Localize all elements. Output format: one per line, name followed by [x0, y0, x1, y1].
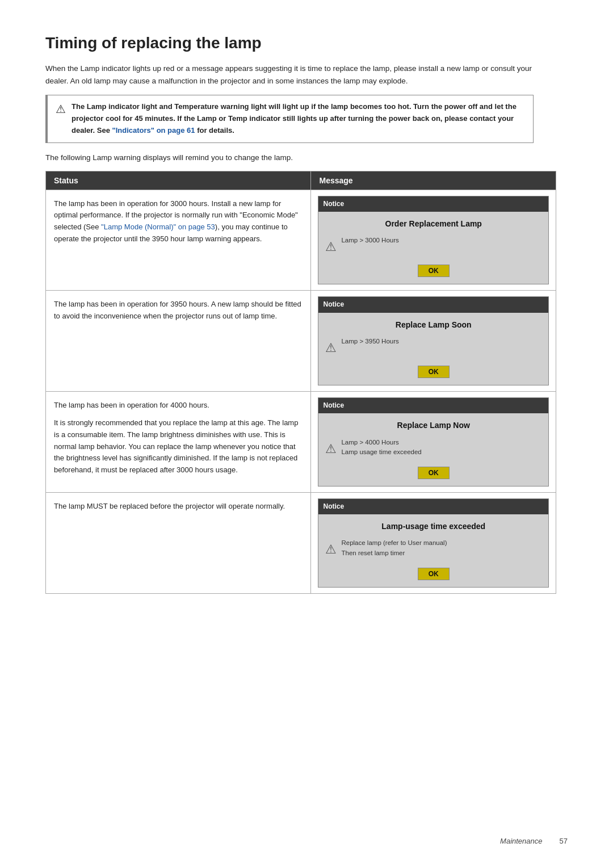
lamp-warnings-table: Status Message The lamp has been in oper…	[45, 171, 556, 594]
msg-box-body-1: Order Replacement Lamp ⚠ Lamp > 3000 Hou…	[318, 212, 548, 284]
table-row: The lamp has been in operation for 3000 …	[46, 190, 556, 291]
message-cell-1: Notice Order Replacement Lamp ⚠ Lamp > 3…	[311, 190, 556, 291]
status-cell-1: The lamp has been in operation for 3000 …	[46, 190, 311, 291]
msg-warning-icon-4: ⚠	[325, 539, 337, 559]
message-box-2: Notice Replace Lamp Soon ⚠ Lamp > 3950 H…	[318, 296, 549, 385]
status-col-header: Status	[46, 171, 311, 190]
msg-warning-icon-3: ⚠	[325, 439, 337, 459]
msg-detail-3: Lamp > 4000 HoursLamp usage time exceede…	[341, 438, 421, 458]
msg-title-3: Replace Lamp Now	[397, 419, 470, 431]
msg-box-body-3: Replace Lamp Now ⚠ Lamp > 4000 HoursLamp…	[318, 413, 548, 486]
msg-title-2: Replace Lamp Soon	[396, 318, 472, 331]
message-cell-2: Notice Replace Lamp Soon ⚠ Lamp > 3950 H…	[311, 291, 556, 392]
msg-title-1: Order Replacement Lamp	[385, 217, 482, 230]
warning-box: ⚠ The Lamp indicator light and Temperatu…	[45, 95, 534, 142]
msg-notice-header-3: Notice	[318, 398, 548, 413]
indicators-link[interactable]: "Indicators" on page 61	[112, 126, 195, 135]
msg-detail-2: Lamp > 3950 Hours	[341, 337, 398, 346]
page-footer: Maintenance 57	[500, 837, 568, 845]
warning-text: The Lamp indicator light and Temperature…	[72, 101, 525, 136]
sub-intro-text: The following Lamp warning displays will…	[45, 153, 568, 162]
message-box-3: Notice Replace Lamp Now ⚠ Lamp > 4000 Ho…	[318, 397, 549, 487]
msg-notice-header-4: Notice	[318, 499, 548, 514]
page-title: Timing of replacing the lamp	[45, 34, 568, 52]
intro-text: When the Lamp indicator lights up red or…	[45, 62, 534, 87]
msg-detail-row-4: ⚠ Replace lamp (refer to User manual)The…	[325, 538, 541, 559]
msg-title-4: Lamp-usage time exceeded	[381, 520, 485, 532]
msg-detail-row-2: ⚠ Lamp > 3950 Hours	[325, 337, 541, 358]
table-row: The lamp has been in operation for 3950 …	[46, 291, 556, 392]
status-cell-2: The lamp has been in operation for 3950 …	[46, 291, 311, 392]
msg-detail-row-3: ⚠ Lamp > 4000 HoursLamp usage time excee…	[325, 438, 541, 459]
message-box-4: Notice Lamp-usage time exceeded ⚠ Replac…	[318, 498, 549, 588]
msg-warning-icon-1: ⚠	[325, 237, 337, 257]
msg-detail-row-1: ⚠ Lamp > 3000 Hours	[325, 236, 541, 257]
msg-box-body-4: Lamp-usage time exceeded ⚠ Replace lamp …	[318, 514, 548, 587]
lamp-mode-link-1[interactable]: "Lamp Mode (Normal)" on page 53	[101, 223, 215, 231]
ok-button-3[interactable]: OK	[418, 467, 450, 479]
ok-button-1[interactable]: OK	[418, 265, 450, 277]
message-col-header: Message	[311, 171, 556, 190]
msg-box-body-2: Replace Lamp Soon ⚠ Lamp > 3950 Hours OK	[318, 313, 548, 385]
msg-detail-1: Lamp > 3000 Hours	[341, 236, 398, 245]
msg-notice-header-2: Notice	[318, 297, 548, 312]
table-row: The lamp has been in operation for 4000 …	[46, 392, 556, 493]
message-box-1: Notice Order Replacement Lamp ⚠ Lamp > 3…	[318, 196, 549, 285]
footer-page-number: 57	[560, 837, 568, 845]
status-cell-3: The lamp has been in operation for 4000 …	[46, 392, 311, 493]
msg-detail-4: Replace lamp (refer to User manual)Then …	[341, 538, 447, 558]
msg-warning-icon-2: ⚠	[325, 338, 337, 358]
ok-button-4[interactable]: OK	[418, 568, 450, 580]
warning-triangle-icon: ⚠	[56, 102, 66, 116]
status-cell-4: The lamp MUST be replaced before the pro…	[46, 492, 311, 593]
msg-notice-header-1: Notice	[318, 196, 548, 212]
message-cell-3: Notice Replace Lamp Now ⚠ Lamp > 4000 Ho…	[311, 392, 556, 493]
ok-button-2[interactable]: OK	[418, 366, 450, 378]
table-row: The lamp MUST be replaced before the pro…	[46, 492, 556, 593]
footer-section-label: Maintenance	[500, 837, 542, 845]
message-cell-4: Notice Lamp-usage time exceeded ⚠ Replac…	[311, 492, 556, 593]
